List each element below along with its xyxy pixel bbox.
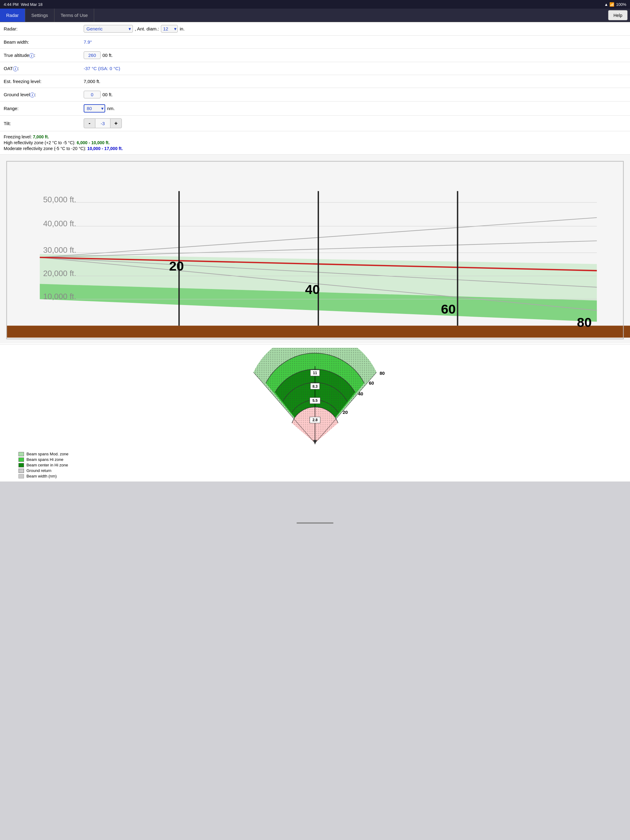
legend-swatch-ground [19,469,24,473]
svg-marker-42 [313,440,317,445]
wifi-icon: ▲ 📶 [604,2,614,7]
svg-text:8.3: 8.3 [313,384,318,388]
high-reflectivity-line: High reflectivity zone (+2 °C to -5 °C):… [4,140,626,145]
tilt-control-group: - -3 + [84,118,122,128]
true-alt-suffix: 00 ft. [103,52,112,58]
oat-row: OATi: -37 °C (ISA: 0 °C) [0,62,630,75]
svg-text:10,000 ft.: 10,000 ft. [43,292,76,301]
range-row: Range: 80 40 60 100 ▾ nm. [0,101,630,115]
svg-text:20: 20 [343,409,348,415]
tab-radar[interactable]: Radar [0,9,25,22]
fan-chart-section: 80 60 40 20 11 8.3 5.5 2.8 [0,345,630,482]
ant-diam-select[interactable]: 12 18 24 [161,25,178,33]
tilt-plus-button[interactable]: + [110,118,122,128]
legend: Beam spans Mod. zone Beam spans Hi zone … [0,452,78,478]
range-label: Range: [4,106,84,111]
svg-text:20: 20 [169,259,184,273]
status-indicators: ▲ 📶 100% [604,2,626,7]
battery-icon: 100% [616,2,626,7]
legend-label-beam-width: Beam width (nm) [27,474,57,478]
beam-width-value: 7.9° [84,39,92,44]
legend-swatch-hi-center [19,463,24,467]
true-alt-value-group: 00 ft. [84,51,112,59]
radar-label: Radar: [4,26,84,32]
legend-label-hi: Beam spans Hi zone [27,457,63,462]
info-section: Freezing level: 7,000 ft. High reflectiv… [0,131,630,155]
svg-text:40,000 ft.: 40,000 ft. [43,219,76,228]
moderate-reflectivity-line: Moderate reflectivity zone (-5 °C to -20… [4,146,626,151]
svg-text:40: 40 [305,282,320,297]
range-select[interactable]: 80 40 60 100 [84,104,105,112]
legend-label-ground: Ground return [27,468,51,473]
est-freeze-value: 7,000 ft. [84,79,100,84]
radar-value-group: Generic ▾ , Ant. diam.: 12 18 24 ▾ in. [84,25,185,33]
svg-text:80: 80 [380,371,385,376]
freezing-value: 7,000 ft. [33,134,49,139]
svg-text:30,000 ft.: 30,000 ft. [43,246,76,254]
legend-swatch-beam-width [19,474,24,478]
svg-text:5.5: 5.5 [313,398,318,403]
help-button[interactable]: Help [608,10,628,20]
svg-text:20,000 ft.: 20,000 ft. [43,269,76,278]
radar-row: Radar: Generic ▾ , Ant. diam.: 12 18 24 … [0,22,630,36]
legend-label-mod: Beam spans Mod. zone [27,452,69,456]
range-unit: nm. [107,106,115,111]
status-bar: 4:44 PM Wed Mar 18 ▲ 📶 100% [0,0,630,9]
home-indicator [0,518,630,527]
moderate-value: 10,000 - 17,000 ft. [87,146,123,151]
est-freeze-label: Est. freezing level: [4,79,84,84]
tilt-row: Tilt: - -3 + [0,115,630,131]
ground-level-input[interactable] [84,91,101,98]
tab-terms[interactable]: Terms of Use [54,9,94,22]
radar-select[interactable]: Generic [84,25,133,33]
true-alt-row: True altitudei: 00 ft. [0,49,630,62]
range-value-group: 80 40 60 100 ▾ nm. [84,104,115,112]
status-time: 4:44 PM Wed Mar 18 [4,2,43,7]
ground-level-value-group: 00 ft. [84,91,112,98]
freezing-line: Freezing level: 7,000 ft. [4,134,626,139]
ground-level-row: Ground leveli: 00 ft. [0,88,630,101]
legend-swatch-hi [19,458,24,462]
est-freeze-row: Est. freezing level: 7,000 ft. [0,75,630,88]
oat-value: -37 °C (ISA: 0 °C) [84,66,120,71]
fan-chart-svg: 80 60 40 20 11 8.3 5.5 2.8 [238,348,392,449]
profile-chart-section: 50,000 ft. 40,000 ft. 30,000 ft. 20,000 … [0,155,630,345]
ant-diam-unit: in. [180,26,185,32]
tilt-label: Tilt: [4,121,84,126]
true-alt-info-icon[interactable]: i [29,53,34,58]
profile-chart-svg: 50,000 ft. 40,000 ft. 30,000 ft. 20,000 … [0,155,630,343]
true-alt-input[interactable] [84,51,101,59]
ground-level-suffix: 00 ft. [103,92,112,97]
legend-swatch-mod [19,452,24,456]
tilt-minus-button[interactable]: - [84,118,95,128]
gray-footer [0,482,630,518]
high-value: 6,000 - 10,000 ft. [77,140,109,145]
main-content: Radar: Generic ▾ , Ant. diam.: 12 18 24 … [0,22,630,482]
oat-info-icon[interactable]: i [13,66,18,71]
ground-level-info-icon[interactable]: i [30,93,35,98]
profile-chart-wrapper: 50,000 ft. 40,000 ft. 30,000 ft. 20,000 … [0,155,630,344]
svg-text:50,000 ft.: 50,000 ft. [43,195,76,204]
beam-width-label: Beam width: [4,39,84,44]
beam-width-row: Beam width: 7.9° [0,36,630,49]
svg-text:11: 11 [313,371,317,375]
legend-item-beam-width: Beam width (nm) [19,474,69,478]
legend-item-hi-center: Beam center in Hi zone [19,463,69,467]
legend-item-hi: Beam spans Hi zone [19,457,69,462]
ant-diam-label: , Ant. diam.: [135,26,159,32]
svg-text:2.8: 2.8 [313,418,318,422]
legend-label-hi-center: Beam center in Hi zone [27,463,68,467]
svg-text:40: 40 [358,391,363,396]
ground-level-label: Ground leveli: [4,92,84,98]
svg-text:60: 60 [369,381,374,385]
tilt-value: -3 [95,118,110,128]
legend-item-mod: Beam spans Mod. zone [19,452,69,456]
true-alt-label: True altitudei: [4,52,84,58]
svg-text:60: 60 [441,302,456,316]
svg-rect-8 [7,325,630,338]
home-bar [296,523,334,524]
tab-settings[interactable]: Settings [25,9,54,22]
svg-text:80: 80 [577,315,592,330]
tab-bar: Radar Settings Terms of Use Help [0,9,630,22]
legend-item-ground: Ground return [19,468,69,473]
